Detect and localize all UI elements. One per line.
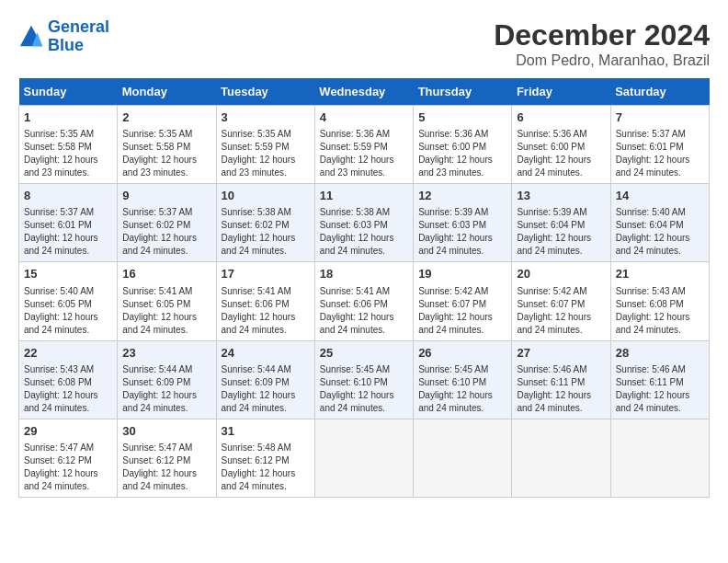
day-number: 31 bbox=[222, 423, 310, 440]
day-detail: Sunrise: 5:36 AM Sunset: 6:00 PM Dayligh… bbox=[418, 128, 506, 179]
day-detail: Sunrise: 5:37 AM Sunset: 6:01 PM Dayligh… bbox=[616, 128, 704, 179]
calendar-cell: 12Sunrise: 5:39 AM Sunset: 6:03 PM Dayli… bbox=[414, 184, 512, 262]
header-row: Sunday Monday Tuesday Wednesday Thursday… bbox=[19, 78, 710, 106]
day-detail: Sunrise: 5:47 AM Sunset: 6:12 PM Dayligh… bbox=[24, 442, 112, 493]
calendar-cell: 28Sunrise: 5:46 AM Sunset: 6:11 PM Dayli… bbox=[610, 340, 709, 419]
calendar-cell bbox=[414, 419, 512, 497]
col-thursday: Thursday bbox=[414, 78, 512, 106]
day-detail: Sunrise: 5:44 AM Sunset: 6:09 PM Dayligh… bbox=[222, 363, 310, 415]
calendar-cell: 8Sunrise: 5:37 AM Sunset: 6:01 PM Daylig… bbox=[19, 184, 118, 262]
day-number: 29 bbox=[24, 423, 112, 440]
week-row-5: 29Sunrise: 5:47 AM Sunset: 6:12 PM Dayli… bbox=[19, 419, 710, 497]
week-row-4: 22Sunrise: 5:43 AM Sunset: 6:08 PM Dayli… bbox=[19, 340, 710, 419]
calendar-cell: 10Sunrise: 5:38 AM Sunset: 6:02 PM Dayli… bbox=[216, 184, 314, 262]
day-number: 6 bbox=[517, 109, 605, 126]
calendar-cell: 24Sunrise: 5:44 AM Sunset: 6:09 PM Dayli… bbox=[216, 340, 314, 419]
calendar-cell: 18Sunrise: 5:41 AM Sunset: 6:06 PM Dayli… bbox=[314, 262, 413, 340]
col-friday: Friday bbox=[512, 78, 610, 106]
day-detail: Sunrise: 5:45 AM Sunset: 6:10 PM Dayligh… bbox=[320, 363, 408, 415]
day-number: 30 bbox=[122, 423, 210, 440]
day-number: 5 bbox=[418, 109, 506, 126]
day-detail: Sunrise: 5:39 AM Sunset: 6:04 PM Dayligh… bbox=[517, 206, 605, 258]
title-block: December 2024 Dom Pedro, Maranhao, Brazi… bbox=[494, 18, 710, 69]
calendar-cell bbox=[314, 419, 413, 497]
day-number: 15 bbox=[24, 266, 112, 282]
calendar-cell: 17Sunrise: 5:41 AM Sunset: 6:06 PM Dayli… bbox=[216, 262, 314, 340]
calendar-cell: 31Sunrise: 5:48 AM Sunset: 6:12 PM Dayli… bbox=[216, 419, 314, 497]
logo-icon bbox=[18, 24, 44, 50]
week-row-2: 8Sunrise: 5:37 AM Sunset: 6:01 PM Daylig… bbox=[19, 184, 710, 262]
calendar-cell: 9Sunrise: 5:37 AM Sunset: 6:02 PM Daylig… bbox=[118, 184, 216, 262]
day-detail: Sunrise: 5:40 AM Sunset: 6:05 PM Dayligh… bbox=[24, 285, 112, 337]
day-number: 1 bbox=[24, 109, 112, 126]
header: General Blue December 2024 Dom Pedro, Ma… bbox=[18, 18, 710, 69]
day-number: 23 bbox=[122, 345, 210, 362]
calendar-table: Sunday Monday Tuesday Wednesday Thursday… bbox=[18, 78, 710, 498]
calendar-cell: 25Sunrise: 5:45 AM Sunset: 6:10 PM Dayli… bbox=[314, 340, 413, 419]
calendar-cell: 13Sunrise: 5:39 AM Sunset: 6:04 PM Dayli… bbox=[512, 184, 610, 262]
day-detail: Sunrise: 5:44 AM Sunset: 6:09 PM Dayligh… bbox=[122, 363, 210, 415]
main-title: December 2024 bbox=[494, 18, 710, 52]
calendar-cell: 29Sunrise: 5:47 AM Sunset: 6:12 PM Dayli… bbox=[19, 419, 118, 497]
calendar-cell: 21Sunrise: 5:43 AM Sunset: 6:08 PM Dayli… bbox=[610, 262, 709, 340]
day-number: 22 bbox=[24, 345, 112, 362]
day-number: 2 bbox=[122, 109, 210, 126]
day-detail: Sunrise: 5:37 AM Sunset: 6:01 PM Dayligh… bbox=[24, 206, 112, 258]
day-detail: Sunrise: 5:38 AM Sunset: 6:03 PM Dayligh… bbox=[320, 206, 408, 258]
day-detail: Sunrise: 5:41 AM Sunset: 6:06 PM Dayligh… bbox=[320, 285, 408, 337]
day-number: 8 bbox=[24, 188, 112, 204]
day-number: 7 bbox=[616, 109, 704, 126]
day-number: 10 bbox=[222, 188, 310, 204]
calendar-cell: 5Sunrise: 5:36 AM Sunset: 6:00 PM Daylig… bbox=[414, 106, 512, 184]
day-detail: Sunrise: 5:41 AM Sunset: 6:05 PM Dayligh… bbox=[122, 285, 210, 337]
day-detail: Sunrise: 5:35 AM Sunset: 5:59 PM Dayligh… bbox=[222, 128, 310, 179]
col-monday: Monday bbox=[118, 78, 216, 106]
calendar-cell: 11Sunrise: 5:38 AM Sunset: 6:03 PM Dayli… bbox=[314, 184, 413, 262]
calendar-cell: 30Sunrise: 5:47 AM Sunset: 6:12 PM Dayli… bbox=[118, 419, 216, 497]
col-tuesday: Tuesday bbox=[216, 78, 314, 106]
day-number: 25 bbox=[320, 345, 408, 362]
calendar-cell bbox=[610, 419, 709, 497]
calendar-cell: 20Sunrise: 5:42 AM Sunset: 6:07 PM Dayli… bbox=[512, 262, 610, 340]
day-number: 11 bbox=[320, 188, 408, 204]
day-detail: Sunrise: 5:35 AM Sunset: 5:58 PM Dayligh… bbox=[24, 128, 112, 179]
calendar-cell: 14Sunrise: 5:40 AM Sunset: 6:04 PM Dayli… bbox=[610, 184, 709, 262]
calendar-cell: 2Sunrise: 5:35 AM Sunset: 5:58 PM Daylig… bbox=[118, 106, 216, 184]
day-detail: Sunrise: 5:43 AM Sunset: 6:08 PM Dayligh… bbox=[24, 363, 112, 415]
col-wednesday: Wednesday bbox=[314, 78, 413, 106]
logo: General Blue bbox=[18, 18, 109, 55]
day-detail: Sunrise: 5:47 AM Sunset: 6:12 PM Dayligh… bbox=[122, 442, 210, 493]
col-saturday: Saturday bbox=[610, 78, 709, 106]
day-detail: Sunrise: 5:46 AM Sunset: 6:11 PM Dayligh… bbox=[616, 363, 704, 415]
day-detail: Sunrise: 5:48 AM Sunset: 6:12 PM Dayligh… bbox=[222, 442, 310, 493]
calendar-cell: 27Sunrise: 5:46 AM Sunset: 6:11 PM Dayli… bbox=[512, 340, 610, 419]
day-number: 18 bbox=[320, 266, 408, 282]
day-number: 16 bbox=[122, 266, 210, 282]
calendar-cell: 3Sunrise: 5:35 AM Sunset: 5:59 PM Daylig… bbox=[216, 106, 314, 184]
day-number: 27 bbox=[517, 345, 605, 362]
day-detail: Sunrise: 5:43 AM Sunset: 6:08 PM Dayligh… bbox=[616, 285, 704, 337]
calendar-cell: 19Sunrise: 5:42 AM Sunset: 6:07 PM Dayli… bbox=[414, 262, 512, 340]
logo-text: General Blue bbox=[48, 18, 109, 55]
col-sunday: Sunday bbox=[19, 78, 118, 106]
calendar-cell: 26Sunrise: 5:45 AM Sunset: 6:10 PM Dayli… bbox=[414, 340, 512, 419]
calendar-cell: 23Sunrise: 5:44 AM Sunset: 6:09 PM Dayli… bbox=[118, 340, 216, 419]
calendar-cell: 15Sunrise: 5:40 AM Sunset: 6:05 PM Dayli… bbox=[19, 262, 118, 340]
logo-line1: General bbox=[48, 17, 109, 36]
day-detail: Sunrise: 5:46 AM Sunset: 6:11 PM Dayligh… bbox=[517, 363, 605, 415]
calendar-cell bbox=[512, 419, 610, 497]
week-row-3: 15Sunrise: 5:40 AM Sunset: 6:05 PM Dayli… bbox=[19, 262, 710, 340]
day-detail: Sunrise: 5:36 AM Sunset: 5:59 PM Dayligh… bbox=[320, 128, 408, 179]
day-number: 28 bbox=[616, 345, 704, 362]
day-detail: Sunrise: 5:41 AM Sunset: 6:06 PM Dayligh… bbox=[222, 285, 310, 337]
day-number: 9 bbox=[122, 188, 210, 204]
day-detail: Sunrise: 5:42 AM Sunset: 6:07 PM Dayligh… bbox=[418, 285, 506, 337]
subtitle: Dom Pedro, Maranhao, Brazil bbox=[494, 52, 710, 69]
day-detail: Sunrise: 5:38 AM Sunset: 6:02 PM Dayligh… bbox=[222, 206, 310, 258]
day-detail: Sunrise: 5:39 AM Sunset: 6:03 PM Dayligh… bbox=[418, 206, 506, 258]
day-number: 26 bbox=[418, 345, 506, 362]
day-number: 17 bbox=[222, 266, 310, 282]
day-detail: Sunrise: 5:42 AM Sunset: 6:07 PM Dayligh… bbox=[517, 285, 605, 337]
day-number: 13 bbox=[517, 188, 605, 204]
day-number: 14 bbox=[616, 188, 704, 204]
